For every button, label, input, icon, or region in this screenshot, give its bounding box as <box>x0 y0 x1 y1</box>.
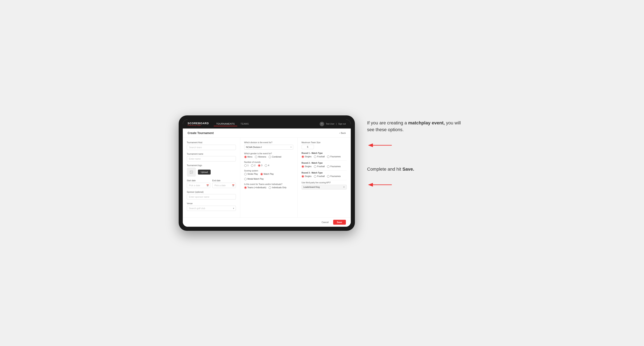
tab-teams[interactable]: TEAMS <box>238 122 251 126</box>
max-team-size-input[interactable] <box>302 145 314 149</box>
round-3-radio[interactable] <box>258 164 260 167</box>
round-1[interactable]: 1 <box>244 164 249 167</box>
individuals-option[interactable]: Individuals Only <box>268 186 286 189</box>
start-date-label: Start date <box>187 179 210 182</box>
teams-option[interactable]: Teams (+Individuals) <box>244 186 266 189</box>
round1-foursomes-radio[interactable] <box>327 156 330 158</box>
tablet-frame: SCOREBOARD Powered by clippit TOURNAMENT… <box>179 115 355 231</box>
logo-sub-text: Powered by clippit <box>188 125 209 126</box>
sponsor-input[interactable] <box>187 194 236 199</box>
round-2-radio[interactable] <box>251 164 254 167</box>
scoring-medal-label: Medal Match Play <box>248 178 264 180</box>
scoring-match[interactable]: Match Play <box>260 173 274 175</box>
round3-foursomes[interactable]: Foursomes <box>327 175 340 177</box>
round-1-label: 1 <box>248 164 249 167</box>
cancel-button[interactable]: Cancel <box>319 220 331 225</box>
gender-mens-label: Mens <box>248 156 252 158</box>
round1-options: Singles Fourball Foursomes <box>302 156 347 158</box>
round1-fourball[interactable]: Fourball <box>314 156 324 158</box>
round1-foursomes[interactable]: Foursomes <box>327 156 340 158</box>
scoring-stroke-label: Stroke Play <box>248 173 258 175</box>
gender-combined-radio[interactable] <box>268 156 271 158</box>
round2-fourball[interactable]: Fourball <box>314 165 324 168</box>
tournament-logo-label: Tournament logo <box>187 164 236 167</box>
gender-womens[interactable]: Womens <box>255 156 266 158</box>
api-value: Leaderboard King <box>304 186 320 188</box>
gender-combined[interactable]: Combined <box>268 156 281 158</box>
round1-match-label: Round 1 - Match Type <box>302 152 347 154</box>
scoring-medal[interactable]: Medal Match Play <box>244 178 264 180</box>
round3-foursomes-label: Foursomes <box>330 175 340 177</box>
round-1-radio[interactable] <box>244 164 247 167</box>
dates-group: Start date 📅 End date 📅 <box>187 179 236 188</box>
round2-singles-radio[interactable] <box>302 165 304 168</box>
logo-upload-area: Upload <box>187 168 236 176</box>
round-4-radio[interactable] <box>265 164 267 167</box>
venue-label: Venue <box>187 202 236 205</box>
teams-label: Teams (+Individuals) <box>248 186 266 189</box>
scoring-label: Scoring system <box>244 170 293 172</box>
individuals-radio[interactable] <box>268 186 271 189</box>
gender-womens-radio[interactable] <box>255 156 257 158</box>
round-2[interactable]: 2 <box>251 164 256 167</box>
teams-group: Is this event for Teams and/or Individua… <box>244 183 293 189</box>
round2-foursomes[interactable]: Foursomes <box>327 165 340 168</box>
arrow-right-to-left-2 <box>367 181 392 189</box>
scoring-match-radio[interactable] <box>260 173 263 175</box>
save-button[interactable]: Save <box>333 220 346 225</box>
tournament-name-input[interactable] <box>187 156 236 162</box>
tablet-screen: SCOREBOARD Powered by clippit TOURNAMENT… <box>183 120 351 227</box>
round-4[interactable]: 4 <box>265 164 269 167</box>
round3-singles[interactable]: Singles <box>302 175 312 177</box>
dropdown-icon: ▾ <box>233 207 234 209</box>
rounds-radio-group: 1 2 3 4 <box>244 164 293 167</box>
form-body: Tournament Host Tournament name Tourname… <box>183 138 351 217</box>
scoring-stroke-radio[interactable] <box>244 173 247 175</box>
round1-singles[interactable]: Singles <box>302 156 312 158</box>
round3-singles-radio[interactable] <box>302 175 304 177</box>
division-select[interactable]: NCAA Division I NCAA Division II NCAA Di… <box>244 145 293 150</box>
teams-label: Is this event for Teams and/or Individua… <box>244 183 293 185</box>
sign-out-link[interactable]: Sign out <box>338 123 346 125</box>
max-team-size-label: Maximum Team Size <box>302 141 347 144</box>
tournament-host-input[interactable] <box>187 145 236 150</box>
round2-fourball-radio[interactable] <box>314 165 316 168</box>
save-annotation: Complete and hit Save. <box>367 166 466 173</box>
venue-input[interactable] <box>187 206 236 211</box>
end-date-label: End date <box>212 179 236 182</box>
start-date-wrap: 📅 <box>187 183 210 188</box>
api-remove-icon[interactable]: ✕ <box>343 186 345 188</box>
tournament-name-group: Tournament name <box>187 153 236 162</box>
rounds-group: Number of rounds 1 2 3 <box>244 161 293 167</box>
gender-mens-radio[interactable] <box>244 156 247 158</box>
sponsor-label: Sponsor (optional) <box>187 191 236 193</box>
round3-foursomes-radio[interactable] <box>327 175 330 177</box>
gender-mens[interactable]: Mens <box>244 156 252 158</box>
user-name: Test User <box>326 123 334 125</box>
arrow-right-to-left-1 <box>367 141 392 149</box>
round3-fourball[interactable]: Fourball <box>314 175 324 177</box>
scoring-stroke[interactable]: Stroke Play <box>244 173 258 175</box>
scoring-medal-radio[interactable] <box>244 178 247 180</box>
round-3[interactable]: 3 <box>258 164 262 167</box>
round2-fourball-label: Fourball <box>317 165 324 168</box>
tournament-logo-group: Tournament logo Upload <box>187 164 236 176</box>
annotation-save-text: Complete and hit <box>367 167 402 172</box>
upload-button[interactable]: Upload <box>198 170 211 174</box>
venue-group: Venue ▾ <box>187 202 236 211</box>
svg-point-1 <box>190 171 191 172</box>
rounds-label: Number of rounds <box>244 161 293 163</box>
annotation-text-1: If you are creating a <box>367 120 408 125</box>
logo-main-text: SCOREBOARD <box>188 122 209 125</box>
right-column: Maximum Team Size Round 1 - Match Type S… <box>298 138 351 217</box>
teams-radio[interactable] <box>244 186 247 189</box>
tab-tournaments[interactable]: TOURNAMENTS <box>214 122 237 126</box>
round1-singles-radio[interactable] <box>302 156 304 158</box>
round2-foursomes-radio[interactable] <box>327 165 330 168</box>
round2-singles[interactable]: Singles <box>302 165 312 168</box>
back-button[interactable]: ‹ Back <box>339 132 346 134</box>
round1-fourball-radio[interactable] <box>314 156 316 158</box>
gender-label: Which gender is the event for? <box>244 153 293 155</box>
round3-fourball-radio[interactable] <box>314 175 316 177</box>
api-group: Use third-party live scoring API? Leader… <box>302 181 347 189</box>
